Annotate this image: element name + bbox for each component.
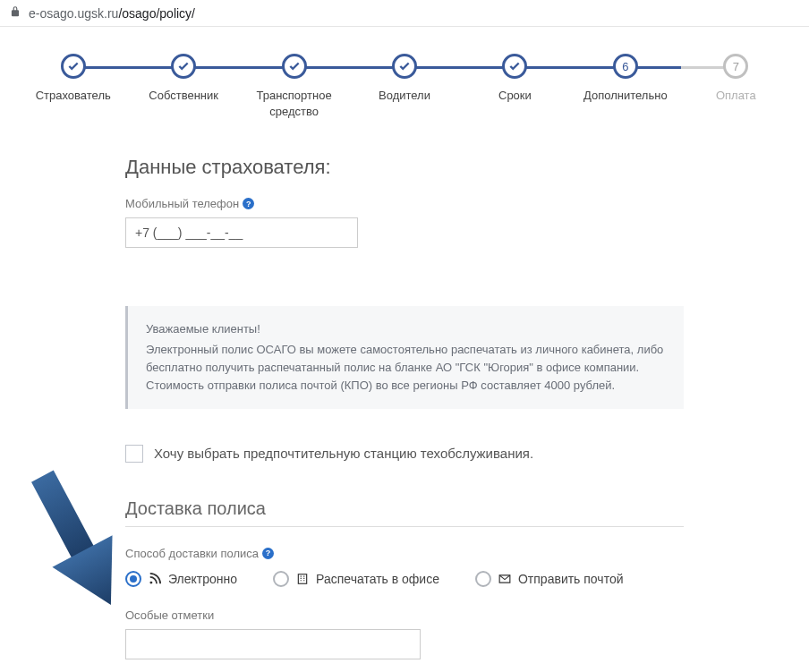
step-drivers[interactable]: Водители [349,54,459,104]
rss-icon [149,573,161,585]
svg-point-0 [149,582,152,584]
notes-input[interactable] [125,629,421,659]
delivery-method-label: Способ доставки полиса ? [125,547,684,560]
step-additional[interactable]: 6 Дополнительно [570,54,680,104]
checkbox-label: Хочу выбрать предпочтительную станцию те… [154,446,533,461]
envelope-icon [498,573,511,585]
radio-icon [475,571,491,587]
radio-office[interactable]: Распечатать в офисе [273,571,439,587]
help-icon[interactable]: ? [262,548,274,559]
checkbox-station[interactable]: Хочу выбрать предпочтительную станцию те… [125,445,684,463]
url-text[interactable]: e-osago.ugsk.ru/osago/policy/ [29,6,195,21]
radio-electronic[interactable]: Электронно [125,571,237,587]
help-icon[interactable]: ? [243,198,254,209]
step-owner[interactable]: Собственник [128,54,238,104]
check-icon [61,54,86,79]
radio-mail[interactable]: Отправить почтой [475,571,624,587]
section-title-insurer: Данные страхователя: [125,156,684,179]
phone-input[interactable] [125,217,358,248]
stepper: Страхователь Собственник Транспортное ср… [0,27,809,138]
check-icon [392,54,417,79]
step-number: 7 [723,54,748,79]
info-box: Уважаемые клиенты! Электронный полис ОСА… [125,306,684,409]
step-vehicle[interactable]: Транспортное средство [239,54,349,120]
radio-icon [125,571,141,587]
delivery-options: Электронно Распечатать в офисе Отправить… [125,571,684,587]
notes-label: Особые отметки [125,608,684,622]
step-number: 6 [613,54,638,79]
svg-rect-1 [298,574,306,584]
phone-label: Мобильный телефон ? [125,197,684,210]
section-title-delivery: Доставка полиса [125,498,684,527]
check-icon [502,54,527,79]
step-terms[interactable]: Сроки [460,54,570,104]
building-icon [296,573,309,585]
step-insurer[interactable]: Страхователь [18,54,128,104]
step-payment: 7 Оплата [681,54,791,104]
lock-icon [9,5,21,21]
url-bar: e-osago.ugsk.ru/osago/policy/ [0,0,809,27]
radio-icon [273,571,289,587]
check-icon [282,54,307,79]
check-icon [171,54,196,79]
checkbox-icon[interactable] [125,445,143,463]
